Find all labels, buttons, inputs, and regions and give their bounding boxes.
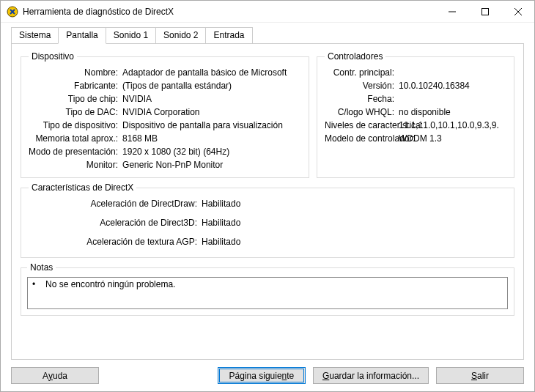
tab-sistema[interactable]: Sistema bbox=[11, 27, 59, 43]
maximize-button[interactable] bbox=[468, 1, 501, 22]
driver-version-value: 10.0.10240.16384 bbox=[399, 81, 506, 91]
dx-ddraw-value: Habilitado bbox=[202, 199, 506, 209]
tab-sonido1[interactable]: Sonido 1 bbox=[106, 27, 156, 43]
tab-entrada[interactable]: Entrada bbox=[205, 27, 252, 43]
device-type-value: Dispositivo de pantalla para visualizaci… bbox=[122, 120, 301, 130]
driver-model-label: Modelo de controlador: bbox=[325, 133, 394, 144]
device-mem-value: 8168 MB bbox=[122, 133, 301, 144]
help-button[interactable]: Ayuda bbox=[11, 367, 99, 384]
device-monitor-value: Generic Non-PnP Monitor bbox=[122, 160, 301, 170]
svg-rect-2 bbox=[482, 8, 488, 15]
next-page-button[interactable]: Página siguiente bbox=[218, 367, 306, 384]
exit-button[interactable]: Salir bbox=[436, 367, 524, 384]
driver-main-value bbox=[399, 67, 506, 78]
tab-pantalla[interactable]: Pantalla bbox=[58, 27, 106, 44]
button-row: Ayuda Página siguiente Guardar la inform… bbox=[1, 367, 534, 391]
notes-legend: Notas bbox=[27, 262, 56, 273]
dx-features-group: Características de DirectX Aceleración d… bbox=[21, 182, 514, 258]
tab-panel-pantalla: Dispositivo Nombre: Adaptador de pantall… bbox=[11, 43, 524, 360]
titlebar: Herramienta de diagnóstico de DirectX bbox=[1, 1, 534, 23]
bullet-icon: • bbox=[32, 279, 37, 289]
driver-whql-label: C/logo WHQL: bbox=[325, 107, 394, 117]
tab-sonido2[interactable]: Sonido 2 bbox=[155, 27, 206, 43]
dx-d3d-value: Habilitado bbox=[202, 218, 506, 228]
driver-date-value bbox=[399, 94, 506, 104]
drivers-legend: Controladores bbox=[325, 51, 385, 62]
notes-text: No se encontró ningún problema. bbox=[45, 279, 175, 289]
dx-features-legend: Características de DirectX bbox=[29, 182, 136, 193]
device-name-value: Adaptador de pantalla básico de Microsof… bbox=[122, 67, 301, 78]
device-legend: Dispositivo bbox=[29, 51, 77, 62]
device-group: Dispositivo Nombre: Adaptador de pantall… bbox=[21, 51, 309, 178]
device-mem-label: Memoria total aprox.: bbox=[29, 133, 118, 144]
device-manufacturer-value: (Tipos de pantalla estándar) bbox=[122, 81, 301, 91]
content-area: Sistema Pantalla Sonido 1 Sonido 2 Entra… bbox=[1, 23, 534, 367]
device-mode-value: 1920 x 1080 (32 bit) (64Hz) bbox=[122, 147, 301, 157]
device-manufacturer-label: Fabricante: bbox=[29, 81, 118, 91]
device-type-label: Tipo de dispositivo: bbox=[29, 120, 118, 130]
driver-feature-label: Niveles de característica: bbox=[325, 120, 394, 130]
drivers-group: Controladores Contr. principal: Versión:… bbox=[317, 51, 514, 178]
device-monitor-label: Monitor: bbox=[29, 160, 118, 170]
dx-d3d-label: Aceleración de Direct3D: bbox=[29, 218, 197, 228]
device-mode-label: Modo de presentación: bbox=[29, 147, 118, 157]
tab-strip: Sistema Pantalla Sonido 1 Sonido 2 Entra… bbox=[11, 27, 524, 43]
notes-group: Notas • No se encontró ningún problema. bbox=[21, 262, 514, 316]
notes-textbox[interactable]: • No se encontró ningún problema. bbox=[27, 277, 508, 309]
window-title: Herramienta de diagnóstico de DirectX bbox=[23, 7, 435, 17]
device-dac-value: NVIDIA Corporation bbox=[122, 107, 301, 117]
dx-agp-value: Habilitado bbox=[202, 237, 506, 247]
device-chip-label: Tipo de chip: bbox=[29, 94, 118, 104]
driver-feature-value: 11.1,11.0,10.1,10.0,9.3,9. bbox=[399, 120, 506, 130]
window-controls bbox=[435, 1, 534, 22]
device-name-label: Nombre: bbox=[29, 67, 118, 78]
save-info-button[interactable]: Guardar la información... bbox=[313, 367, 429, 384]
device-chip-value: NVIDIA bbox=[122, 94, 301, 104]
driver-date-label: Fecha: bbox=[325, 94, 394, 104]
dx-ddraw-label: Aceleración de DirectDraw: bbox=[29, 199, 197, 209]
driver-version-label: Versión: bbox=[325, 81, 394, 91]
close-button[interactable] bbox=[501, 1, 534, 22]
app-icon bbox=[7, 6, 18, 18]
device-dac-label: Tipo de DAC: bbox=[29, 107, 118, 117]
dx-agp-label: Aceleración de textura AGP: bbox=[29, 237, 197, 247]
minimize-button[interactable] bbox=[435, 1, 468, 22]
driver-main-label: Contr. principal: bbox=[325, 67, 394, 78]
driver-model-value: WDDM 1.3 bbox=[399, 133, 506, 144]
driver-whql-value: no disponible bbox=[399, 107, 506, 117]
dxdiag-window: Herramienta de diagnóstico de DirectX Si… bbox=[0, 0, 535, 392]
